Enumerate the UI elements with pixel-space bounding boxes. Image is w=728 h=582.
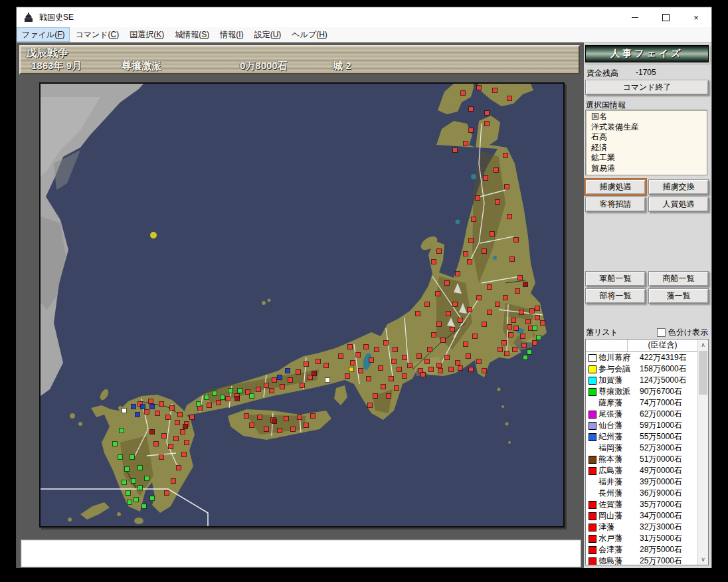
checkbox-icon[interactable] <box>657 328 666 337</box>
menu-item[interactable]: 城情報(S) <box>169 27 215 42</box>
panel-button[interactable]: 商船一覧 <box>648 271 709 286</box>
castle-marker[interactable] <box>264 383 269 388</box>
castle-marker[interactable] <box>142 504 147 509</box>
castle-marker[interactable] <box>526 320 531 324</box>
color-display-checkbox[interactable]: 色分け表示 <box>657 327 708 338</box>
castle-marker[interactable] <box>393 347 398 352</box>
castle-marker[interactable] <box>138 486 143 490</box>
castle-marker[interactable] <box>122 409 127 413</box>
castle-marker[interactable] <box>226 397 230 401</box>
castle-marker[interactable] <box>408 363 412 368</box>
castle-marker[interactable] <box>339 354 343 359</box>
castle-marker[interactable] <box>469 367 474 372</box>
castle-marker[interactable] <box>351 361 355 365</box>
han-list-row[interactable]: 福井藩39万0000石 <box>586 476 697 488</box>
castle-marker[interactable] <box>166 415 171 420</box>
castle-marker[interactable] <box>445 355 450 360</box>
castle-marker[interactable] <box>368 403 373 408</box>
castle-marker[interactable] <box>498 347 503 352</box>
han-list-row[interactable]: 広島藩49万0000石 <box>586 465 697 476</box>
castle-marker[interactable] <box>316 359 321 364</box>
castle-marker[interactable] <box>397 367 402 372</box>
castle-marker[interactable] <box>432 333 436 338</box>
panel-button[interactable]: 捕虜処遇 <box>585 179 646 195</box>
castle-marker[interactable] <box>162 434 167 438</box>
scrollbar-thumb[interactable] <box>699 351 707 395</box>
castle-marker[interactable] <box>272 378 277 383</box>
panel-button[interactable]: 軍船一覧 <box>585 271 646 286</box>
castle-marker[interactable] <box>469 239 474 243</box>
castle-marker[interactable] <box>132 479 136 484</box>
castle-marker[interactable] <box>436 292 440 296</box>
castle-marker[interactable] <box>128 500 132 505</box>
castle-marker[interactable] <box>118 455 123 460</box>
castle-marker[interactable] <box>453 302 458 307</box>
castle-marker[interactable] <box>348 345 353 349</box>
castle-marker[interactable] <box>250 423 254 428</box>
castle-marker[interactable] <box>488 285 492 290</box>
castle-marker[interactable] <box>437 363 442 368</box>
castle-marker[interactable] <box>477 359 482 364</box>
castle-marker[interactable] <box>541 321 545 326</box>
castle-marker[interactable] <box>477 296 482 300</box>
castle-marker[interactable] <box>304 423 309 428</box>
castle-marker[interactable] <box>507 325 512 330</box>
castle-marker[interactable] <box>159 455 164 460</box>
castle-marker[interactable] <box>150 405 155 409</box>
castle-marker[interactable] <box>425 302 430 307</box>
info-item[interactable]: 鉱工業 <box>591 153 707 163</box>
castle-marker[interactable] <box>456 272 460 276</box>
panel-button[interactable]: 客将招請 <box>585 197 646 212</box>
castle-marker[interactable] <box>469 107 474 112</box>
castle-marker[interactable] <box>155 411 160 416</box>
han-list-row[interactable]: 尾張藩62万0000石 <box>586 409 697 420</box>
castle-marker[interactable] <box>458 366 463 371</box>
han-list-row[interactable]: 熊本藩51万0000石 <box>586 454 697 465</box>
castle-marker[interactable] <box>244 414 249 419</box>
castle-marker[interactable] <box>258 415 262 420</box>
close-button[interactable]: × <box>681 7 711 27</box>
castle-marker[interactable] <box>496 200 500 205</box>
castle-marker[interactable] <box>477 86 482 90</box>
castle-marker[interactable] <box>535 306 540 311</box>
han-list-row[interactable]: 仙台藩59万1000石 <box>586 420 697 431</box>
castle-marker[interactable] <box>514 326 519 331</box>
castle-marker[interactable] <box>503 296 508 300</box>
castle-marker[interactable] <box>197 402 201 407</box>
castle-marker[interactable] <box>373 394 378 399</box>
castle-marker[interactable] <box>238 389 242 393</box>
castle-marker[interactable] <box>304 362 309 367</box>
castle-marker[interactable] <box>450 328 455 332</box>
castle-marker[interactable] <box>482 249 487 254</box>
castle-marker[interactable] <box>375 347 379 352</box>
castle-marker[interactable] <box>507 96 512 101</box>
castle-marker[interactable] <box>379 366 383 371</box>
castle-marker[interactable] <box>159 402 164 407</box>
castle-marker[interactable] <box>217 401 221 405</box>
castle-marker[interactable] <box>464 142 468 146</box>
han-list-row[interactable]: 尊攘激派90万6700石 <box>586 386 697 397</box>
castle-marker[interactable] <box>518 276 523 280</box>
castle-marker[interactable] <box>403 374 407 379</box>
castle-marker[interactable] <box>533 341 537 345</box>
castle-marker[interactable] <box>515 289 520 294</box>
castle-marker[interactable] <box>522 343 527 348</box>
castle-marker[interactable] <box>533 326 537 331</box>
castle-marker[interactable] <box>288 378 293 383</box>
castle-marker[interactable] <box>507 215 512 219</box>
japan-map[interactable] <box>39 82 565 528</box>
han-list-row[interactable]: 福岡藩52万3000石 <box>586 442 697 454</box>
han-list-row[interactable]: 佐賀藩35万7000石 <box>586 499 697 510</box>
castle-marker[interactable] <box>130 455 135 460</box>
castle-marker[interactable] <box>519 310 524 315</box>
castle-marker[interactable] <box>521 334 525 339</box>
castle-marker[interactable] <box>286 369 290 373</box>
castle-marker[interactable] <box>264 427 269 432</box>
menu-item[interactable]: 国選択(K) <box>124 27 169 42</box>
castle-marker[interactable] <box>207 403 212 408</box>
castle-marker[interactable] <box>473 334 478 339</box>
castle-marker[interactable] <box>134 498 139 502</box>
panel-button[interactable]: 藩一覧 <box>648 288 709 304</box>
castle-marker[interactable] <box>458 318 463 323</box>
castle-marker[interactable] <box>349 367 354 372</box>
